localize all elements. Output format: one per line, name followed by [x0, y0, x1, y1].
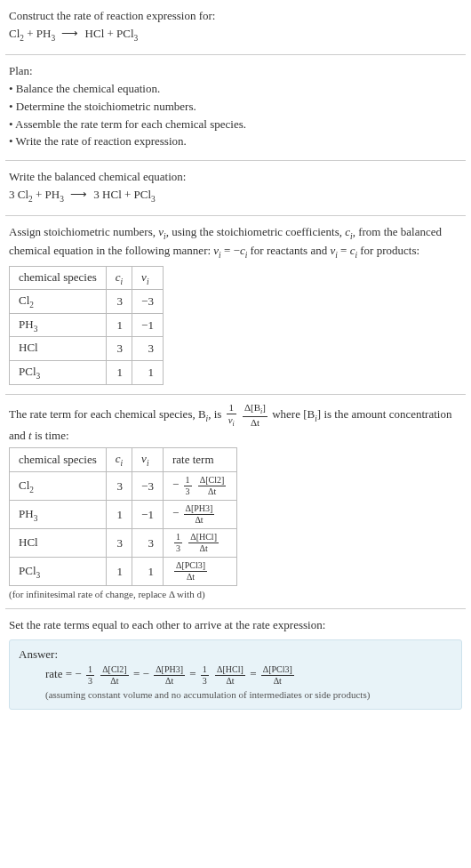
- frac-den: νi: [227, 414, 236, 428]
- delta-fraction: Δ[HCl]Δt: [215, 665, 245, 686]
- cell-c: 3: [106, 290, 132, 314]
- frac-den: Δt: [243, 416, 267, 428]
- bal-lhs2-sub: 3: [60, 195, 64, 204]
- table-header-row: chemical species ci νi: [10, 266, 164, 290]
- cell-rateterm: − 13 Δ[Cl2]Δt: [163, 472, 236, 501]
- infinitesimal-note: (for infinitesimal rate of change, repla…: [9, 589, 462, 599]
- answer-note: (assuming constant volume and no accumul…: [19, 689, 452, 700]
- sp: PH: [19, 317, 34, 331]
- rate-lhs: rate =: [45, 667, 75, 680]
- table-row: PCl3 1 1: [10, 360, 164, 384]
- delta-fraction: Δ[PH3]Δt: [184, 504, 215, 525]
- plan-bullet: • Assemble the rate term for each chemic…: [9, 117, 462, 133]
- sp-sub: 2: [29, 301, 34, 309]
- cell-species: PCl3: [10, 558, 107, 586]
- cell-nu: −3: [132, 472, 164, 501]
- sub: i: [147, 459, 149, 468]
- cell-nu: 1: [132, 558, 164, 586]
- coef-fraction: 13: [174, 533, 182, 553]
- coef-fraction: 13: [201, 665, 209, 686]
- cell-nu: 1: [132, 360, 164, 384]
- cell-rateterm: 13 Δ[HCl]Δt: [163, 529, 236, 558]
- plan-bullet: • Balance the chemical equation.: [9, 81, 462, 98]
- equals: =: [133, 667, 143, 680]
- cell-species: Cl2: [10, 472, 107, 501]
- text: , is: [208, 407, 224, 421]
- delta-fraction: Δ[HCl]Δt: [188, 533, 219, 553]
- text: = −: [221, 244, 240, 257]
- balanced-equation: 3 Cl2 + PH3 ⟶ 3 HCl + PCl3: [9, 187, 462, 205]
- col-c: ci: [106, 448, 132, 472]
- cell-nu: −1: [132, 501, 164, 529]
- plan-header: Plan:: [9, 63, 462, 80]
- sp-sub: 3: [36, 372, 41, 381]
- delta-fraction: Δ[Bi] Δt: [243, 403, 267, 428]
- balanced-header: Write the balanced chemical equation:: [9, 169, 462, 186]
- cell-species: HCl: [10, 337, 107, 361]
- bal-lhs2: + PH: [33, 188, 60, 201]
- table-row: Cl2 3 −3: [10, 290, 164, 314]
- text: , using the stoichiometric coefficients,: [166, 225, 346, 238]
- final-header: Set the rate terms equal to each other t…: [9, 617, 462, 634]
- eq-rhs-sub: 3: [134, 33, 139, 42]
- sp: PH: [19, 507, 34, 520]
- plan-section: Plan: • Balance the chemical equation. •…: [0, 55, 471, 160]
- sub: i: [121, 277, 124, 285]
- table-header-row: chemical species ci νi rate term: [10, 448, 237, 472]
- cell-nu: −3: [132, 290, 164, 314]
- eq-lhs-ph: + PH: [24, 27, 51, 40]
- dt: Δt: [251, 417, 259, 428]
- num: 1: [201, 665, 209, 675]
- num: 1: [86, 665, 94, 675]
- den: 3: [174, 542, 182, 553]
- rateterm-table: chemical species ci νi rate term Cl2 3 −…: [9, 447, 237, 586]
- text: where [B: [272, 407, 315, 421]
- sp: HCl: [19, 535, 38, 549]
- table-row: HCl 3 3 13 Δ[HCl]Δt: [10, 529, 237, 558]
- balanced-section: Write the balanced chemical equation: 3 …: [0, 161, 471, 215]
- coef-fraction: 1 νi: [227, 403, 236, 428]
- cell-c: 1: [106, 501, 132, 529]
- cell-species: HCl: [10, 529, 107, 558]
- answer-box: Answer: rate = − 13 Δ[Cl2]Δt = − Δ[PH3]Δ…: [9, 639, 462, 710]
- minus: −: [172, 507, 179, 520]
- frac-num: Δ[Bi]: [243, 403, 267, 416]
- stoich-section: Assign stoichiometric numbers, νi, using…: [0, 216, 471, 393]
- table-row: PCl3 1 1 Δ[PCl3]Δt: [10, 558, 237, 586]
- table-row: PH3 1 −1: [10, 313, 164, 337]
- minus: −: [75, 667, 81, 680]
- bal-rhs: 3 HCl + PCl: [93, 188, 151, 201]
- arrow-icon: ⟶: [61, 26, 78, 43]
- sp: Cl: [19, 478, 29, 492]
- sp: Cl: [19, 293, 29, 307]
- den: Δt: [261, 675, 294, 686]
- den: Δt: [215, 675, 245, 686]
- delta-fraction: Δ[Cl2]Δt: [100, 665, 129, 686]
- intro-section: Construct the rate of reaction expressio…: [0, 0, 471, 54]
- answer-label: Answer:: [19, 647, 452, 662]
- rateterm-section: The rate term for each chemical species,…: [0, 395, 471, 609]
- col-rateterm: rate term: [163, 448, 236, 472]
- text: for reactants and: [247, 244, 330, 257]
- cell-species: PH3: [10, 313, 107, 337]
- sub: i: [233, 420, 235, 428]
- cell-species: Cl2: [10, 290, 107, 314]
- col-nu: νi: [132, 266, 164, 290]
- cell-c: 3: [106, 337, 132, 361]
- cell-c: 1: [106, 558, 132, 586]
- intro-prompt: Construct the rate of reaction expressio…: [9, 8, 462, 25]
- den: Δt: [174, 571, 207, 582]
- den: 3: [86, 675, 94, 686]
- text: Δ[B: [244, 402, 260, 413]
- delta-fraction: Δ[PCl3]Δt: [261, 665, 294, 686]
- den: 3: [184, 486, 192, 496]
- delta-fraction: Δ[Cl2]Δt: [198, 476, 227, 496]
- cell-rateterm: Δ[PCl3]Δt: [163, 558, 236, 586]
- eq-rhs: HCl + PCl: [85, 27, 134, 40]
- minus: −: [172, 478, 179, 492]
- delta-fraction: Δ[PH3]Δt: [154, 665, 185, 686]
- final-section: Set the rate terms equal to each other t…: [0, 609, 471, 719]
- num: Δ[Cl2]: [198, 476, 227, 486]
- coef-fraction: 13: [184, 476, 192, 496]
- table-row: Cl2 3 −3 − 13 Δ[Cl2]Δt: [10, 472, 237, 501]
